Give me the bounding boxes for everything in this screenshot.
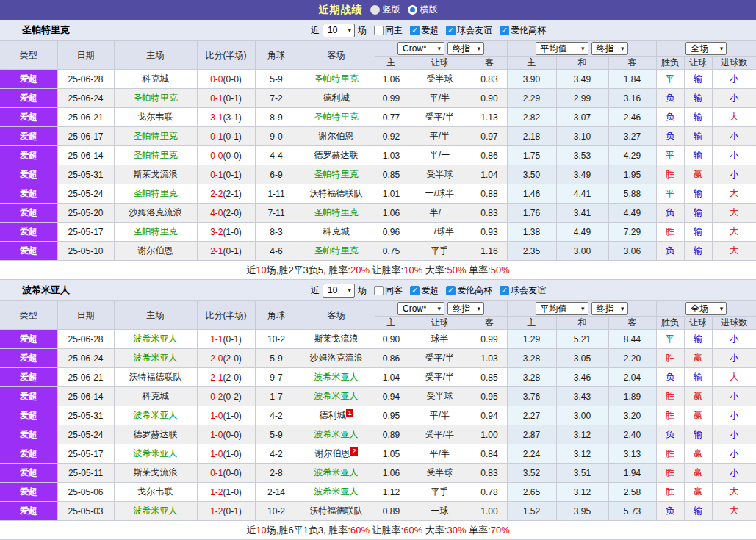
away-odds-cell: 1.00 [472, 425, 507, 444]
table-row: 爱超25-06-21沃特福德联队2-1(2-0)9-7波希米亚人1.04受平/半… [0, 368, 756, 387]
filter-checkbox[interactable] [374, 286, 384, 295]
away-team-name: 沃特福德联队 [310, 188, 363, 198]
handicap-result-cell: 输 [684, 127, 712, 146]
fulltime-score: 4-0 [210, 208, 223, 218]
fullmatch-select[interactable]: 全场▾ [685, 302, 727, 315]
fulltime-score: 1-0 [210, 430, 223, 440]
date-cell: 25-05-06 [57, 483, 114, 502]
layout-option-horizontal[interactable]: 横版 [408, 4, 438, 16]
halftime-score: (0-1) [223, 170, 242, 180]
column-header: 客场 [298, 41, 375, 70]
avg-draw-odds-cell: 3.10 [556, 127, 608, 146]
filter-checkbox[interactable]: ✓ [410, 286, 420, 295]
home-odds-cell: 0.96 [375, 223, 408, 242]
summary-segment: 10 [256, 264, 266, 276]
away-team-cell: 波希米亚人 [298, 425, 375, 444]
average-odds-select[interactable]: 平均值▾ [536, 302, 588, 315]
column-header: 角球 [255, 41, 298, 70]
away-odds-cell: 1.00 [472, 502, 507, 521]
final-odds-select[interactable]: 终指▾ [591, 302, 628, 315]
league-type-cell: 爱超 [0, 242, 57, 261]
radio-label: 竖版 [383, 4, 400, 16]
filter-checkbox[interactable]: ✓ [500, 26, 509, 35]
recent-results-panel: 圣帕特里克近10▾场同主✓爱超✓球会友谊✓爱伦高杯类型日期主场比分(半场)角球客… [0, 20, 756, 540]
bookmaker-select[interactable]: Crow*▾ [397, 42, 444, 55]
avg-home-odds-cell: 3.50 [507, 165, 556, 184]
fullmatch-group-header: 全场▾ [656, 41, 756, 57]
home-team-cell: 科克城 [114, 387, 197, 406]
avg-away-odds-cell: 3.06 [608, 242, 656, 261]
avg-away-odds-cell: 2.20 [608, 349, 656, 368]
radio-selected-icon[interactable] [408, 5, 417, 15]
filter-checkbox[interactable] [374, 26, 384, 35]
result-cell: 负 [656, 502, 684, 521]
away-team-name: 波希米亚人 [314, 467, 359, 478]
summary-segment: 60% [403, 525, 422, 536]
filter-checkbox[interactable]: ✓ [500, 286, 509, 295]
home-team-name: 圣帕特里克 [134, 226, 178, 237]
avg-home-odds-cell: 1.52 [507, 502, 556, 521]
handicap-result-cell: 输 [684, 242, 712, 261]
column-header: 让球 [408, 317, 472, 330]
goals-result-cell: 小 [712, 387, 756, 406]
date-cell: 25-05-17 [57, 444, 114, 464]
handicap-cell: 受平/半 [408, 425, 472, 444]
handicap-cell: 平手 [408, 483, 472, 502]
filter-checkbox[interactable]: ✓ [446, 26, 456, 35]
home-odds-cell: 0.92 [375, 127, 408, 146]
summary-segment: 50% [447, 264, 466, 276]
avg-draw-odds-cell: 3.43 [556, 387, 608, 406]
date-cell: 25-06-24 [57, 349, 114, 368]
league-type-cell: 爱超 [0, 146, 57, 165]
average-odds-select[interactable]: 平均值▾ [536, 42, 588, 55]
avg-draw-odds-cell: 3.49 [556, 70, 608, 89]
handicap-cell: 半/一 [408, 204, 472, 223]
column-header: 客 [608, 57, 656, 70]
avg-draw-odds-cell: 3.00 [556, 242, 608, 261]
handicap-cell: 受平/半 [408, 368, 472, 387]
layout-option-vertical[interactable]: 竖版 [370, 4, 400, 16]
fulltime-score: 0-0 [210, 151, 223, 161]
away-odds-cell: 0.88 [472, 184, 507, 204]
home-team-cell: 波希米亚人 [114, 406, 197, 425]
handicap-result-cell: 输 [684, 89, 712, 108]
avg-draw-odds-cell: 5.21 [556, 330, 608, 349]
score-cell: 0-1(0-0) [197, 464, 255, 483]
avg-draw-odds-cell: 3.12 [556, 444, 608, 464]
red-card-badge: 2 [350, 447, 357, 456]
league-type-cell: 爱超 [0, 127, 57, 146]
away-team-name: 科克城 [323, 226, 350, 237]
avg-home-odds-cell: 1.46 [507, 184, 556, 204]
column-header: 让球 [684, 317, 712, 330]
home-odds-cell: 0.90 [375, 330, 408, 349]
filter-checkbox[interactable]: ✓ [410, 26, 420, 35]
recent-count-select[interactable]: 10▾ [323, 24, 355, 37]
final-odds-select[interactable]: 终指▾ [591, 42, 628, 55]
select-value: Crow* [403, 303, 427, 314]
column-header: 比分(半场) [197, 41, 255, 70]
handicap-cell: 平/半 [408, 127, 472, 146]
league-type-cell: 爱超 [0, 406, 57, 425]
final-odds-select[interactable]: 终指▾ [447, 42, 484, 55]
filter-checkbox[interactable]: ✓ [446, 286, 456, 295]
filter-option: 同客 [374, 284, 403, 297]
away-team-name: 波希米亚人 [314, 372, 359, 382]
chevron-down-icon: ▾ [437, 46, 441, 52]
bookmaker-select[interactable]: Crow*▾ [397, 302, 444, 315]
column-header: 日期 [57, 41, 114, 70]
fullmatch-select[interactable]: 全场▾ [685, 42, 727, 55]
handicap-result-cell: 赢 [684, 464, 712, 483]
goals-result-cell: 小 [712, 464, 756, 483]
table-row: 爱超25-05-24圣帕特里克2-2(2-1)1-11沃特福德联队1.01一/球… [0, 184, 756, 204]
date-cell: 25-06-21 [57, 108, 114, 127]
handicap-cell: 一/球半 [408, 223, 472, 242]
handicap-result-cell: 赢 [684, 387, 712, 406]
avg-home-odds-cell: 2.65 [507, 483, 556, 502]
table-row: 爱超25-05-20沙姆洛克流浪4-0(2-0)7-11圣帕特里克1.06半/一… [0, 204, 756, 223]
radio-icon[interactable] [370, 5, 380, 15]
halftime-score: (0-1) [223, 93, 242, 104]
final-odds-select[interactable]: 终指▾ [447, 302, 484, 315]
date-cell: 25-05-20 [57, 204, 114, 223]
summary-segment: 30% [447, 525, 466, 536]
recent-count-select[interactable]: 10▾ [323, 284, 355, 298]
